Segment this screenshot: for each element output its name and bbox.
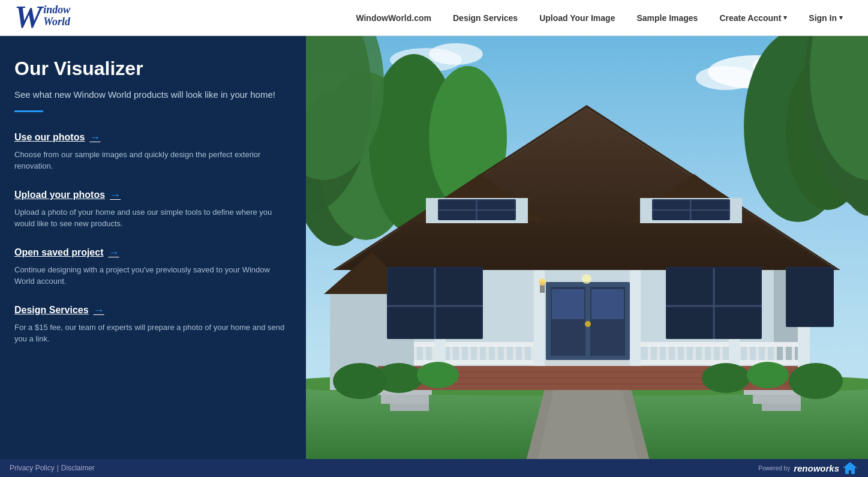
svg-rect-37 xyxy=(459,347,462,360)
use-our-photos-section: Use our photos → Choose from our sample … xyxy=(14,131,287,172)
svg-rect-52 xyxy=(684,347,687,360)
svg-marker-124 xyxy=(843,462,857,474)
svg-rect-62 xyxy=(774,347,777,360)
svg-point-3 xyxy=(696,66,756,90)
svg-rect-41 xyxy=(495,347,498,360)
svg-rect-51 xyxy=(675,347,678,360)
svg-rect-63 xyxy=(783,347,786,360)
svg-rect-38 xyxy=(468,347,471,360)
chevron-down-icon: ▾ xyxy=(783,14,787,22)
design-services-desc: For a $15 fee, our team of experts will … xyxy=(14,322,287,345)
svg-rect-24 xyxy=(753,395,801,404)
open-saved-section: Open saved project → Continue designing … xyxy=(14,247,287,287)
svg-rect-49 xyxy=(657,347,660,360)
svg-rect-39 xyxy=(477,347,480,360)
svg-rect-102 xyxy=(715,268,761,339)
svg-rect-55 xyxy=(711,347,714,360)
svg-rect-22 xyxy=(390,404,429,411)
svg-point-123 xyxy=(582,274,591,284)
svg-rect-48 xyxy=(648,347,651,360)
renoworks-logo: renoworks xyxy=(794,461,858,475)
svg-rect-97 xyxy=(552,289,584,319)
svg-rect-45 xyxy=(531,347,534,360)
svg-rect-68 xyxy=(630,264,641,366)
hero-image xyxy=(306,36,868,477)
svg-rect-53 xyxy=(693,347,696,360)
use-our-photos-desc: Choose from our sample images and quickl… xyxy=(14,149,287,172)
page-title: Our Visualizer xyxy=(14,58,287,80)
svg-point-115 xyxy=(789,363,843,399)
svg-point-116 xyxy=(333,363,387,399)
svg-rect-25 xyxy=(762,404,801,411)
arrow-right-icon: → xyxy=(94,304,104,317)
svg-rect-59 xyxy=(747,347,750,360)
logo[interactable]: W indow World xyxy=(14,4,70,31)
svg-point-113 xyxy=(702,363,750,393)
hero-subtitle: See what new Window World products will … xyxy=(14,88,287,102)
svg-rect-46 xyxy=(639,342,807,347)
privacy-policy-link[interactable]: Privacy Policy xyxy=(10,464,55,472)
arrow-right-icon: → xyxy=(89,131,100,144)
svg-rect-32 xyxy=(414,347,417,360)
open-saved-link[interactable]: Open saved project → xyxy=(14,247,287,259)
divider xyxy=(14,110,43,112)
svg-rect-101 xyxy=(667,268,713,339)
svg-point-114 xyxy=(747,362,789,388)
svg-rect-64 xyxy=(792,347,795,360)
footer-separator: | xyxy=(57,464,59,472)
design-services-section: Design Services → For a $15 fee, our tea… xyxy=(14,304,287,345)
svg-rect-43 xyxy=(513,347,516,360)
svg-rect-21 xyxy=(381,395,429,404)
svg-rect-34 xyxy=(432,347,435,360)
svg-rect-33 xyxy=(423,347,426,360)
powered-by: Powered by renoworks xyxy=(758,461,858,475)
upload-photos-desc: Upload a photo of your home and use our … xyxy=(14,206,287,230)
upload-photos-section: Upload your photos → Upload a photo of y… xyxy=(14,189,287,230)
nav-sample-images[interactable]: Sample Images xyxy=(626,0,708,36)
svg-rect-61 xyxy=(765,347,768,360)
svg-rect-60 xyxy=(756,347,759,360)
arrow-right-icon: → xyxy=(109,247,119,259)
renoworks-house-icon xyxy=(842,461,858,475)
svg-rect-56 xyxy=(720,347,723,360)
nav-windowworld[interactable]: WindowWorld.com xyxy=(345,0,442,36)
svg-rect-54 xyxy=(702,347,705,360)
svg-rect-98 xyxy=(591,289,624,319)
nav-create-account[interactable]: Create Account ▾ xyxy=(708,0,798,36)
svg-point-112 xyxy=(417,362,459,388)
svg-point-122 xyxy=(539,278,546,286)
svg-rect-50 xyxy=(666,347,669,360)
open-saved-desc: Continue designing with a project you've… xyxy=(14,264,287,287)
main-nav: WindowWorld.com Design Services Upload Y… xyxy=(345,0,854,36)
svg-rect-44 xyxy=(522,347,525,360)
left-panel: Our Visualizer See what new Window World… xyxy=(0,36,306,477)
footer-links: Privacy Policy | Disclaimer xyxy=(10,464,95,472)
powered-by-text: Powered by xyxy=(758,465,790,472)
design-services-link[interactable]: Design Services → xyxy=(14,304,287,317)
disclaimer-link[interactable]: Disclaimer xyxy=(61,464,95,472)
svg-rect-36 xyxy=(450,347,453,360)
upload-photos-link[interactable]: Upload your photos → xyxy=(14,189,287,202)
nav-upload-image[interactable]: Upload Your Image xyxy=(528,0,626,36)
nav-design-services[interactable]: Design Services xyxy=(442,0,528,36)
svg-rect-40 xyxy=(486,347,489,360)
nav-sign-in[interactable]: Sign In ▾ xyxy=(798,0,854,36)
footer: Privacy Policy | Disclaimer Powered by r… xyxy=(0,459,868,477)
svg-point-5 xyxy=(429,43,483,65)
renoworks-text: renoworks xyxy=(794,463,839,473)
svg-point-99 xyxy=(585,321,591,327)
use-our-photos-link[interactable]: Use our photos → xyxy=(14,131,287,144)
arrow-right-icon: → xyxy=(110,189,121,202)
svg-rect-90 xyxy=(388,268,434,339)
svg-rect-91 xyxy=(436,268,482,339)
svg-rect-42 xyxy=(504,347,507,360)
svg-rect-106 xyxy=(787,268,833,327)
chevron-down-icon: ▾ xyxy=(839,14,843,22)
